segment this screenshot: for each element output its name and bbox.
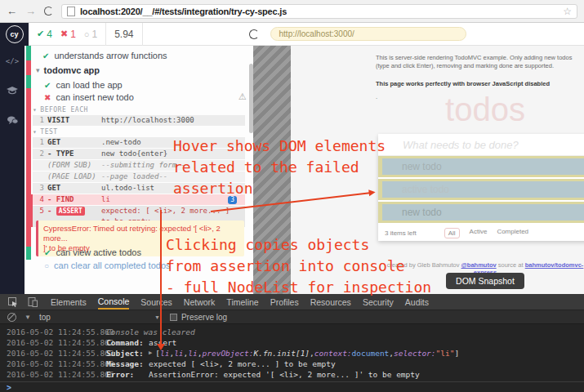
assert-expected[interactable]: expected: [ <li>, 2 more... ] (101, 207, 230, 215)
console-prompt[interactable]: > (0, 381, 584, 392)
element-count-badge[interactable]: 3 (228, 196, 237, 204)
tab-profiles[interactable]: Profiles (270, 294, 299, 310)
command-number (33, 160, 44, 171)
array-token: ] (454, 348, 459, 359)
pending-count: ○ 1 (84, 29, 97, 40)
pass-icon: ✔ (44, 81, 51, 90)
graduation-cap-icon[interactable] (0, 78, 25, 103)
new-todo-input[interactable]: What needs to be done? (378, 134, 584, 156)
test-row-clear-completed[interactable]: ○ can clear all completed todos (44, 261, 171, 270)
command-type[interactable]: 2 - TYPE new todo{enter} (33, 149, 245, 159)
filter-completed[interactable]: Completed (497, 228, 528, 238)
dom-snapshot-button[interactable]: DOM Snapshot (446, 273, 524, 289)
tab-network[interactable]: Network (184, 294, 216, 310)
back-icon[interactable]: ← (7, 5, 17, 17)
warning-icon: ⚠ (239, 91, 247, 102)
console-value: assert (149, 337, 176, 348)
console-label: Error: (106, 369, 149, 380)
pending-icon: ○ (44, 261, 49, 270)
bahmutov-link[interactable]: @bahmutov (461, 261, 497, 269)
command-number: 3 (33, 183, 44, 194)
section-before-each[interactable]: ▾ BEFORE EACH (33, 105, 245, 115)
devtools-tab-bar: Elements Console Sources Network Timelin… (0, 294, 584, 310)
test-row-insert-todo[interactable]: ✖ can insert new todo (44, 92, 134, 102)
test-row-view-active[interactable]: ✔ can view active todos (44, 247, 141, 257)
todo-item-highlight[interactable]: active todo (378, 179, 584, 200)
error-line-1: CypressError: Timed out retrying: expect… (43, 224, 221, 243)
bookmark-star-icon[interactable]: ☆ (563, 6, 572, 17)
filter-active[interactable]: Active (470, 228, 488, 238)
event-message: --submitting form--- (101, 160, 245, 171)
command-log: ▾ BEFORE EACH 1 VISIT http://localhost:3… (33, 105, 245, 228)
items-left: 3 items left (385, 229, 417, 237)
tab-sources[interactable]: Sources (140, 294, 172, 310)
chat-icon[interactable] (0, 108, 25, 132)
key-token: prevObject: (203, 348, 254, 359)
cypress-logo[interactable]: cy (6, 25, 24, 43)
test-reporter: ✔ understands arrow functions ▾ todomvc … (25, 46, 253, 294)
tab-resources[interactable]: Resources (310, 294, 351, 310)
timestamp: 2016-05-02 11:24:55.866 (7, 369, 106, 380)
timestamp: 2016-05-02 11:24:55.866 (7, 359, 106, 369)
pane-divider[interactable] (253, 46, 291, 294)
chevron-down-icon: ▼ (154, 314, 160, 320)
console-text: Console was cleared (106, 327, 195, 337)
failed-number: 1 (70, 29, 76, 40)
timestamp: 2016-05-02 11:24:55.862 (7, 337, 106, 348)
todos-title: todos (378, 91, 584, 128)
test-row-arrow-functions[interactable]: ✔ understands arrow functions (42, 51, 167, 60)
command-get-newtodo[interactable]: 1 GET .new-todo (33, 137, 245, 148)
strip-pass (26, 46, 31, 60)
todo-item[interactable]: active todo (382, 181, 584, 198)
app-reload-icon[interactable] (249, 29, 259, 39)
app-url-field[interactable]: http://localhost:3000/ (270, 27, 466, 41)
address-bar[interactable]: localhost:2020/__/#/tests/integration/tr… (61, 4, 577, 19)
filter-icon[interactable]: ▼ (25, 314, 31, 321)
command-number: 2 (33, 149, 44, 159)
command-get-todolist[interactable]: 3 GET ul.todo-list (33, 183, 245, 194)
filter-all[interactable]: All (444, 228, 460, 238)
string-token: "li" (436, 348, 455, 359)
command-visit[interactable]: 1 VISIT http://localhost:3000 (33, 115, 245, 126)
tab-console[interactable]: Console (98, 294, 130, 310)
assert-badge[interactable]: ASSERT (56, 207, 85, 216)
device-toolbar-icon[interactable] (26, 297, 39, 307)
strip-fail (26, 60, 31, 75)
command-find[interactable]: 4 - FIND li 3 (33, 194, 245, 205)
todo-filters: All Active Completed (444, 228, 528, 238)
passed-count: ✔ 4 (37, 29, 52, 40)
test-row-can-load[interactable]: ✔ can load the app (44, 80, 123, 90)
inspect-element-icon[interactable] (7, 297, 20, 307)
console-label: Subject: (106, 348, 149, 359)
pass-icon: ✔ (42, 51, 49, 60)
tab-security[interactable]: Security (363, 294, 394, 310)
address-url[interactable]: localhost:2020/__/#/tests/integration/tr… (80, 7, 287, 16)
preserve-log-checkbox[interactable] (170, 314, 177, 321)
event-name: (FORM SUB) (44, 160, 101, 171)
section-test[interactable]: ▾ TEST (33, 127, 245, 137)
suite-row-todomvc[interactable]: ▾ todomvc app (36, 65, 100, 75)
prompt-chevron-icon: > (7, 383, 11, 392)
tab-audits[interactable]: Audits (405, 294, 429, 310)
value-token: K.fn.init[1] (253, 348, 310, 359)
reload-icon[interactable] (44, 7, 53, 16)
tab-elements[interactable]: Elements (51, 294, 87, 310)
execution-context-select[interactable]: top ▼ (39, 313, 160, 322)
cypress-logo-box: cy (0, 23, 29, 46)
todo-item[interactable]: new todo (382, 204, 584, 220)
app-intro-text: This is server-side rendering TodoMVC ex… (376, 54, 584, 70)
console-value: expected [ <li>, 2 more... ] to be empty (149, 359, 336, 369)
tab-timeline[interactable]: Timeline (226, 294, 258, 310)
todo-item-highlight[interactable]: new todo (378, 156, 584, 177)
todo-item[interactable]: new todo (382, 158, 584, 175)
forward-icon[interactable]: → (25, 5, 36, 17)
test-label: can view active todos (56, 247, 141, 257)
test-label: can clear all completed todos (54, 261, 170, 270)
console-line-error: 2016-05-02 11:24:55.866 Error: Assertion… (0, 369, 584, 380)
clear-console-icon[interactable] (7, 313, 16, 322)
duration: 5.94 (114, 29, 133, 40)
code-icon[interactable]: </> (0, 49, 25, 74)
command-name: VISIT (44, 115, 101, 126)
todo-item-highlight[interactable]: new todo (378, 202, 584, 223)
expand-arrow-icon[interactable]: ▶ (149, 348, 152, 359)
